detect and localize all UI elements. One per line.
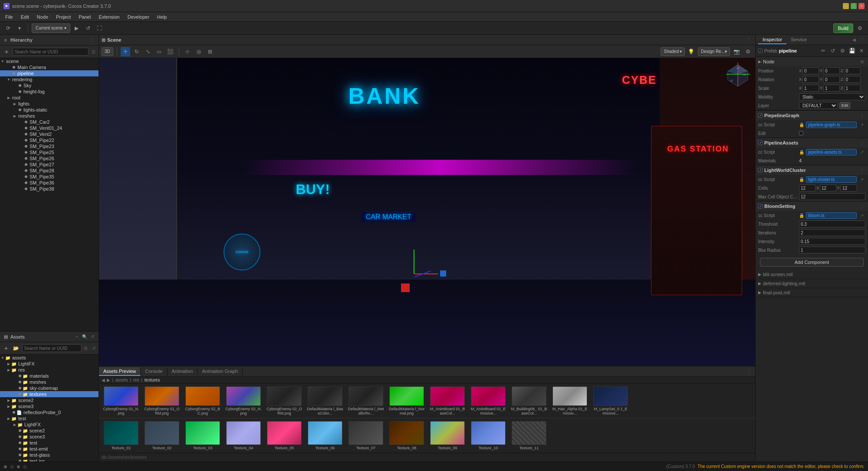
position-x-input[interactable] bbox=[802, 67, 819, 74]
menu-help[interactable]: Help bbox=[154, 13, 171, 20]
prefab-locate-btn[interactable]: ⚙ bbox=[838, 47, 846, 55]
assets-item-test-lightfx[interactable]: ▶📁LightFX bbox=[0, 422, 99, 428]
asset-default-metallic[interactable]: DefaultMateria l_MetallicRo... bbox=[346, 385, 385, 416]
scene-settings-btn[interactable]: ⚙ bbox=[743, 47, 753, 56]
path-assets[interactable]: assets bbox=[115, 378, 128, 382]
asset-hairalpha[interactable]: M_Hair_Alpha 01_Emissiv... bbox=[550, 385, 589, 416]
assets-item-test-scene2[interactable]: 📁scene2 bbox=[0, 428, 99, 434]
hierarchy-item-sky[interactable]: Sky bbox=[0, 82, 99, 89]
tree-arrow-rendering[interactable]: ▼ bbox=[6, 78, 11, 82]
assets-item-test-emit[interactable]: 📁test-emit bbox=[0, 446, 99, 452]
layer-select[interactable]: DEFAULT bbox=[799, 102, 838, 109]
blit-screen-header[interactable]: ▶ blit-screen.mtl bbox=[756, 270, 868, 279]
toolbar-history-back[interactable]: ⟳ bbox=[3, 23, 13, 33]
maximize-button[interactable]: □ bbox=[851, 3, 857, 9]
inspector-tab-service[interactable]: Service bbox=[786, 36, 811, 44]
scene-rect-btn[interactable]: ▭ bbox=[155, 47, 164, 56]
scene-selector[interactable]: Current scene ▾ bbox=[32, 23, 70, 33]
pipeline-graph-script-link[interactable]: pipeline-graph.ts bbox=[806, 122, 857, 128]
menu-edit[interactable]: Edit bbox=[17, 13, 33, 20]
rotation-x-input[interactable] bbox=[802, 76, 819, 83]
tab-animation-graph[interactable]: Animation Graph bbox=[197, 367, 243, 376]
asset-row2-3[interactable]: Texture_03 bbox=[183, 420, 222, 451]
pipeline-assets-menu-btn[interactable]: ⋮ bbox=[858, 139, 865, 146]
light-cluster-checkbox[interactable]: ✓ bbox=[758, 168, 763, 172]
hierarchy-item-root[interactable]: ▶root bbox=[0, 95, 99, 101]
bottom-panel-menu[interactable]: ⋮ bbox=[746, 368, 753, 375]
hierarchy-item-sm-pipe22[interactable]: SM_Pipe22 bbox=[0, 137, 99, 143]
asset-row2-1[interactable]: Texture_01 bbox=[102, 420, 141, 451]
assets-item-meshes[interactable]: 📁meshes bbox=[0, 379, 99, 385]
scale-y-input[interactable] bbox=[823, 85, 840, 92]
assets-refresh2-btn[interactable]: ↺ bbox=[90, 345, 97, 352]
hierarchy-item-sm-pipe38[interactable]: SM_Pipe38 bbox=[0, 186, 99, 192]
hierarchy-item-meshes[interactable]: ▶meshes bbox=[0, 113, 99, 119]
asset-cyborg2bc[interactable]: CyborgEnemy 02_BC.png bbox=[183, 385, 222, 416]
assets-item-test-scene3[interactable]: 📁scene3 bbox=[0, 434, 99, 440]
hierarchy-item-scene[interactable]: ▼scene bbox=[0, 58, 99, 64]
pipeline-assets-checkbox[interactable]: ✓ bbox=[758, 141, 763, 145]
scale-x-input[interactable] bbox=[802, 85, 819, 92]
play-button[interactable]: ▶ bbox=[72, 23, 82, 33]
asset-row2-5[interactable]: Texture_05 bbox=[265, 420, 304, 451]
assets-item-scene3[interactable]: ▶📁scene3 bbox=[0, 403, 99, 409]
hierarchy-item-sm-pipe28[interactable]: SM_Pipe28 bbox=[0, 168, 99, 174]
pg-edit-checkbox[interactable] bbox=[799, 131, 803, 135]
node-section-header[interactable]: ▶ Node ⚙ bbox=[756, 57, 868, 66]
path-nav-right[interactable]: ▶ bbox=[107, 378, 110, 382]
bloom-script-link[interactable]: bloom.ts bbox=[806, 212, 857, 219]
hierarchy-add-btn[interactable]: + bbox=[2, 47, 11, 56]
asset-cyborg1orm[interactable]: CyborgEnemy 01_ORM.png bbox=[142, 385, 181, 416]
light-cluster-script-link[interactable]: light-cluster.ts bbox=[806, 176, 857, 183]
hierarchy-item-sm-vent2[interactable]: SM_Vent2 bbox=[0, 131, 99, 137]
prefab-refresh-btn[interactable]: ↺ bbox=[829, 47, 837, 55]
asset-cyborg1n[interactable]: CyborgEnemy 01_N.png bbox=[102, 385, 141, 416]
assets-folder-btn[interactable]: 📂 bbox=[12, 343, 20, 353]
inspector-tab-inspector[interactable]: Inspector bbox=[758, 36, 786, 44]
assets-item-test-test[interactable]: 📁test bbox=[0, 440, 99, 446]
rotation-y-input[interactable] bbox=[823, 76, 840, 83]
pa-link-btn[interactable]: ↗ bbox=[858, 148, 865, 155]
assets-item-materials[interactable]: 📁materials bbox=[0, 373, 99, 379]
add-component-button[interactable]: Add Component bbox=[760, 258, 864, 267]
tab-animation[interactable]: Animation bbox=[168, 367, 198, 376]
asset-building08[interactable]: M_Building08_ 01_BaseCol... bbox=[510, 385, 549, 416]
asset-row2-10[interactable]: Texture_10 bbox=[469, 420, 508, 451]
minimize-button[interactable]: − bbox=[843, 3, 849, 9]
scene-snap-btn[interactable]: ⊞ bbox=[205, 47, 215, 56]
scene-rotate-btn[interactable]: ↻ bbox=[132, 47, 141, 56]
menu-developer[interactable]: Developer bbox=[124, 13, 153, 20]
assets-add-btn[interactable]: + bbox=[73, 333, 80, 340]
assets-item-test-glass[interactable]: 📁test-glass bbox=[0, 452, 99, 458]
asset-cyborg2orm[interactable]: CyborgEnemy 02_ORM.png bbox=[265, 385, 304, 416]
assets-arrow-lightfx[interactable]: ▶ bbox=[6, 362, 11, 366]
scale-z-input[interactable] bbox=[844, 85, 861, 92]
assets-item-assets[interactable]: ▼📁assets bbox=[0, 355, 99, 361]
hierarchy-item-pipeline[interactable]: pipeline bbox=[0, 70, 99, 76]
assets-arrow-test[interactable]: ▶ bbox=[6, 417, 11, 421]
prefab-edit-btn[interactable]: ✏ bbox=[819, 47, 827, 55]
inspector-chevron-left[interactable]: ◀ bbox=[851, 36, 858, 43]
hierarchy-item-sm-pipe25[interactable]: SM_Pipe25 bbox=[0, 149, 99, 155]
intensity-input[interactable] bbox=[799, 238, 865, 245]
assets-refresh-btn[interactable]: ↺ bbox=[89, 333, 96, 340]
blur-radius-input[interactable] bbox=[799, 247, 865, 254]
hierarchy-item-height-fog[interactable]: height-fog bbox=[0, 89, 99, 95]
hierarchy-menu-btn[interactable]: ⋮ bbox=[89, 36, 96, 43]
nav-cube[interactable]: +Y +X +Z bbox=[726, 63, 750, 86]
asset-row2-11[interactable]: Texture_11 bbox=[510, 420, 549, 451]
hierarchy-item-main-camera[interactable]: Main Camera bbox=[0, 64, 99, 70]
tab-assets-preview[interactable]: Assets Preview bbox=[99, 367, 141, 376]
hierarchy-filter-btn[interactable]: ☰ bbox=[90, 48, 97, 55]
asset-lampset01[interactable]: M_LampSet_0 1_Emissive... bbox=[591, 385, 630, 416]
title-bar-controls[interactable]: − □ × bbox=[843, 3, 865, 9]
assets-item-test[interactable]: ▶📁test bbox=[0, 415, 99, 422]
threshold-input[interactable] bbox=[799, 221, 865, 227]
assets-item-reflectionprobe0[interactable]: 📄reflectionProbe_0 bbox=[0, 409, 99, 415]
asset-animboard2[interactable]: M_AnimBoard 01_Emissive... bbox=[469, 385, 508, 416]
position-y-input[interactable] bbox=[823, 67, 840, 74]
node-section-menu[interactable]: ⚙ bbox=[858, 58, 865, 65]
assets-item-sky-cubemap[interactable]: 📁sky-cubemap bbox=[0, 385, 99, 391]
hierarchy-item-lights[interactable]: ▶lights bbox=[0, 101, 99, 107]
refresh-button[interactable]: ↺ bbox=[83, 23, 93, 33]
